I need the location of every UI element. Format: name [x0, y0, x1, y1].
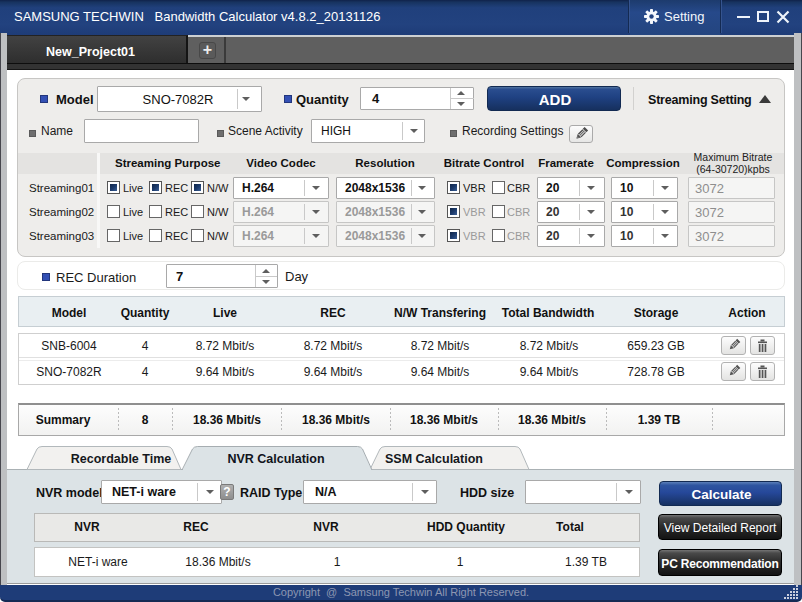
svg-text:SSM Calculation: SSM Calculation: [385, 452, 483, 466]
svg-text:Recordable Time: Recordable Time: [71, 452, 172, 466]
svg-text:NVR Calculation: NVR Calculation: [227, 452, 324, 466]
